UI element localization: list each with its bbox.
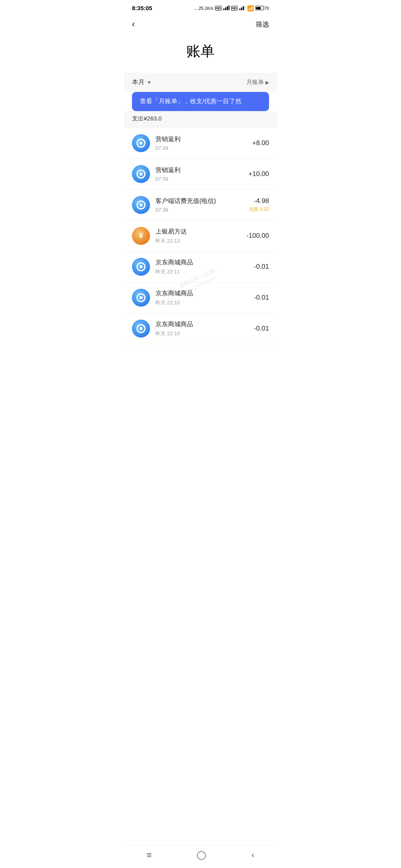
nav-menu-button[interactable]: ≡ [146, 850, 152, 860]
svg-point-13 [139, 173, 143, 176]
filter-section: 本月 ▼ 月账单 ▶ [124, 73, 277, 92]
tooltip-container: 查看「月账单」，收支/优惠一目了然 [132, 92, 269, 111]
transaction-icon [132, 134, 150, 152]
transaction-amount: -0.01 [254, 294, 269, 302]
transaction-amount-col: +8.00 [252, 139, 269, 147]
transaction-icon [132, 320, 150, 338]
transaction-time: 昨天 22:13 [155, 237, 241, 244]
month-label: 本月 [132, 78, 145, 86]
back-button[interactable]: ‹ [132, 19, 144, 29]
transaction-icon: ¥ [132, 227, 150, 245]
transaction-amount: -4.98 [249, 197, 269, 205]
transaction-info: 营销返利07:39 [155, 135, 247, 151]
svg-point-16 [139, 203, 143, 207]
transaction-name: 京东商城商品 [155, 320, 248, 329]
transaction-amount: -100.00 [246, 232, 269, 240]
transaction-icon [132, 258, 150, 276]
month-selector[interactable]: 本月 ▼ [132, 78, 152, 86]
transaction-info: 客户端话费充值(电信)07:38 [155, 197, 244, 213]
wifi-icon: 📶 [247, 5, 254, 11]
svg-rect-1 [225, 7, 226, 10]
transaction-item[interactable]: 营销返利07:39+10.00 [124, 159, 277, 190]
transaction-amount-col: -0.01 [254, 325, 269, 332]
transaction-item[interactable]: 京东商城商品昨天 22:11-0.01 [124, 252, 277, 282]
status-bar: 8:35:05 ....25.1K/s HD HD 📶 [124, 0, 277, 14]
nav-bar: ‹ 筛选 [124, 14, 277, 34]
transaction-item[interactable]: ¥ 上银易方达昨天 22:13-100.00 [124, 221, 277, 252]
transaction-amount: +10.00 [249, 170, 269, 178]
svg-rect-7 [244, 5, 246, 10]
signal-icon2 [239, 5, 246, 11]
transaction-item[interactable]: 京东商城商品昨天 22:10-0.01 [124, 282, 277, 313]
status-time: 8:35:05 [132, 5, 152, 11]
transaction-time: 昨天 22:10 [155, 299, 248, 306]
menu-icon: ≡ [146, 850, 152, 860]
home-icon: ◯ [197, 850, 206, 860]
transaction-amount-col: -4.98优惠 0.02 [249, 197, 269, 213]
back-nav-icon: ‹ [251, 850, 254, 860]
filter-row: 本月 ▼ 月账单 ▶ [132, 78, 269, 86]
tooltip-box[interactable]: 查看「月账单」，收支/优惠一目了然 [132, 92, 269, 111]
svg-point-21 [139, 265, 143, 268]
transaction-amount: -0.01 [254, 263, 269, 271]
svg-rect-4 [239, 9, 240, 10]
transaction-amount: -0.01 [254, 325, 269, 332]
transaction-list: 营销返利07:39+8.00 营销返利07:39+10.00 客户端话费充值(电… [124, 128, 277, 344]
bottom-nav: ≡ ◯ ‹ [124, 845, 277, 868]
svg-text:¥: ¥ [139, 231, 143, 240]
transaction-icon [132, 289, 150, 307]
nav-home-button[interactable]: ◯ [197, 850, 206, 860]
svg-point-10 [139, 142, 143, 145]
network-speed: ....25.1K/s [194, 6, 213, 11]
transaction-icon [132, 165, 150, 183]
svg-rect-6 [243, 6, 244, 10]
svg-rect-3 [228, 5, 229, 10]
transaction-item[interactable]: 客户端话费充值(电信)07:38-4.98优惠 0.02 [124, 190, 277, 221]
transaction-name: 营销返利 [155, 166, 243, 174]
month-bill-label: 月账单 [246, 79, 264, 86]
transaction-time: 昨天 22:11 [155, 268, 248, 275]
transaction-name: 京东商城商品 [155, 289, 248, 298]
expense-label: 支出¥263.0 [132, 115, 162, 122]
hd-badge: HD [215, 6, 222, 11]
battery-icon: 70 [255, 6, 269, 11]
page-title: 账单 [124, 42, 277, 61]
transaction-info: 上银易方达昨天 22:13 [155, 228, 241, 244]
svg-rect-5 [241, 7, 242, 10]
transaction-amount-col: -100.00 [246, 232, 269, 240]
transaction-name: 上银易方达 [155, 228, 241, 236]
expense-summary: 支出¥263.0 [124, 111, 277, 128]
filter-button[interactable]: 筛选 [256, 20, 269, 29]
battery-level: 70 [264, 6, 269, 11]
transaction-discount: 优惠 0.02 [249, 206, 269, 213]
transaction-item[interactable]: 营销返利07:39+8.00 [124, 128, 277, 159]
transaction-icon [132, 196, 150, 214]
dropdown-arrow-icon: ▼ [147, 80, 152, 85]
transaction-info: 营销返利07:39 [155, 166, 243, 182]
transaction-name: 京东商城商品 [155, 259, 248, 267]
transaction-time: 07:39 [155, 176, 243, 182]
status-icons: ....25.1K/s HD HD 📶 [194, 5, 269, 11]
svg-rect-0 [223, 9, 224, 10]
signal-icon [223, 5, 229, 11]
page-title-section: 账单 [124, 34, 277, 73]
transaction-item[interactable]: 京东商城商品昨天 22:10-0.01 [124, 313, 277, 344]
svg-point-24 [139, 296, 143, 299]
transaction-name: 营销返利 [155, 135, 247, 144]
hd-badge2: HD [231, 6, 238, 11]
transaction-amount-col: -0.01 [254, 263, 269, 271]
month-bill-link[interactable]: 月账单 ▶ [246, 79, 269, 86]
transaction-name: 客户端话费充值(电信) [155, 197, 244, 205]
nav-back-button[interactable]: ‹ [251, 850, 254, 860]
transaction-time: 昨天 22:10 [155, 330, 248, 337]
transaction-amount: +8.00 [252, 139, 269, 147]
svg-rect-2 [227, 6, 228, 10]
transaction-amount-col: +10.00 [249, 170, 269, 178]
transaction-info: 京东商城商品昨天 22:10 [155, 289, 248, 306]
transaction-amount-col: -0.01 [254, 294, 269, 302]
transaction-time: 07:39 [155, 145, 247, 151]
tooltip-text: 查看「月账单」，收支/优惠一目了然 [140, 98, 242, 104]
svg-point-27 [139, 327, 143, 330]
right-arrow-icon: ▶ [266, 80, 269, 85]
transaction-info: 京东商城商品昨天 22:10 [155, 320, 248, 337]
